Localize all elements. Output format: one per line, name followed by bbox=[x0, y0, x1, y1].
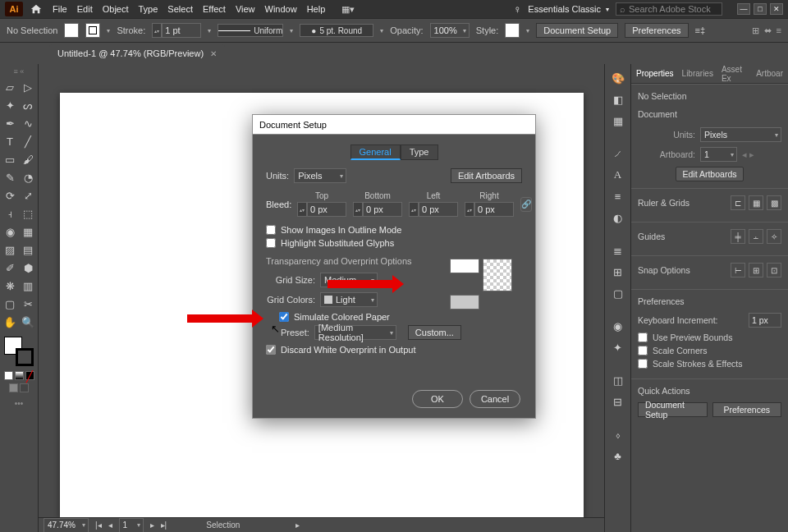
perspective-tool[interactable]: ▦ bbox=[20, 223, 36, 240]
opacity-input[interactable]: 100% bbox=[430, 23, 470, 38]
units-dropdown[interactable]: Pixels bbox=[700, 127, 781, 142]
custom-preset-button[interactable]: Custom... bbox=[408, 325, 461, 340]
snap-grid-icon[interactable]: ⊞ bbox=[749, 263, 763, 277]
width-tool[interactable]: ⫞ bbox=[2, 205, 18, 222]
nav-last-icon[interactable]: ▸| bbox=[161, 521, 167, 530]
paper-color-swatch[interactable] bbox=[450, 259, 479, 273]
selection-tool[interactable]: ▱ bbox=[2, 79, 18, 95]
nav-prev-icon[interactable]: ◂ bbox=[108, 521, 112, 530]
curvature-tool[interactable]: ∿ bbox=[20, 115, 36, 131]
fill-swatch[interactable] bbox=[64, 23, 79, 38]
maximize-button[interactable]: □ bbox=[754, 3, 767, 15]
nav-first-icon[interactable]: |◂ bbox=[95, 521, 102, 530]
type-char-icon[interactable]: A bbox=[609, 166, 627, 184]
transparent-icon[interactable]: ◫ bbox=[609, 371, 627, 389]
transform-icon[interactable]: ⬌ bbox=[764, 25, 772, 36]
bleed-top-input[interactable]: ▴▾0 px bbox=[297, 202, 346, 217]
color-mode-icons[interactable]: ╱ bbox=[4, 371, 34, 380]
tab-general[interactable]: General bbox=[350, 144, 401, 160]
blend-tool[interactable]: ⬢ bbox=[20, 259, 36, 276]
colorguide-icon[interactable]: ◧ bbox=[609, 90, 627, 108]
cancel-button[interactable]: Cancel bbox=[470, 390, 520, 408]
graphic-styles-icon[interactable]: ✦ bbox=[609, 338, 627, 356]
stroke-panel-icon[interactable]: ≡ bbox=[609, 187, 627, 205]
link-bleed-icon[interactable]: 🔗 bbox=[520, 197, 532, 212]
stroke-profile[interactable]: Uniform bbox=[218, 24, 283, 37]
guides-lock-icon[interactable]: ⫠ bbox=[749, 229, 763, 244]
line-tool[interactable]: ╱ bbox=[20, 133, 36, 149]
kb-increment-input[interactable]: 1 px bbox=[749, 313, 781, 328]
stroke-weight-input[interactable]: ▴▾1 pt bbox=[152, 23, 201, 38]
dlg-edit-artboards-button[interactable]: Edit Artboards bbox=[451, 168, 522, 183]
ok-button[interactable]: OK bbox=[412, 390, 463, 408]
discard-overprint-checkbox[interactable] bbox=[266, 345, 276, 355]
pathfinder-icon[interactable]: ⬨ bbox=[609, 425, 627, 443]
symbols-icon[interactable]: ♣ bbox=[609, 447, 627, 465]
direct-select-tool[interactable]: ▷ bbox=[20, 79, 36, 95]
stroke-swatch[interactable] bbox=[85, 23, 100, 38]
bleed-bottom-input[interactable]: ▴▾0 px bbox=[353, 202, 402, 217]
lasso-tool[interactable]: ᔕ bbox=[20, 97, 36, 113]
guides-show-icon[interactable]: ╪ bbox=[731, 229, 745, 244]
artboard-dropdown[interactable]: 1 bbox=[700, 147, 737, 162]
menu-help[interactable]: Help bbox=[307, 4, 326, 14]
transparency-grid-icon[interactable]: ▩ bbox=[767, 195, 781, 210]
layers-icon[interactable]: ≣ bbox=[609, 241, 627, 259]
free-tfm-tool[interactable]: ⬚ bbox=[20, 205, 36, 222]
brush-def[interactable]: ●5 pt. Round bbox=[300, 24, 373, 37]
close-button[interactable]: ✕ bbox=[770, 3, 783, 15]
bleed-left-input[interactable]: ▴▾0 px bbox=[409, 202, 458, 217]
slice-tool[interactable]: ✂ bbox=[20, 296, 36, 312]
style-swatch[interactable] bbox=[505, 23, 520, 38]
highlight-glyphs-checkbox[interactable] bbox=[266, 238, 276, 248]
workspace-selector[interactable]: Essentials Classic▾ bbox=[528, 4, 609, 14]
preview-bounds-checkbox[interactable] bbox=[638, 332, 648, 342]
gradient-panel-icon[interactable]: ◐ bbox=[609, 209, 627, 227]
menu-view[interactable]: View bbox=[236, 4, 255, 14]
tab-artboards[interactable]: Artboar bbox=[756, 69, 783, 78]
tab-libraries[interactable]: Libraries bbox=[682, 69, 713, 78]
preset-dropdown[interactable]: [Medium Resolution] bbox=[314, 325, 396, 340]
tab-type[interactable]: Type bbox=[401, 144, 438, 160]
brush-tool[interactable]: 🖌 bbox=[20, 151, 36, 167]
artboards-icon[interactable]: ▢ bbox=[609, 284, 627, 302]
asset-icon[interactable]: ⊞ bbox=[609, 263, 627, 281]
scale-tool[interactable]: ⤢ bbox=[20, 187, 36, 204]
doc-setup-button[interactable]: Document Setup bbox=[536, 23, 618, 38]
tab-properties[interactable]: Properties bbox=[636, 69, 674, 78]
artboard-tool[interactable]: ▢ bbox=[2, 296, 18, 312]
menu-edit[interactable]: Edit bbox=[77, 4, 93, 14]
menu-select[interactable]: Select bbox=[167, 4, 193, 14]
graph-tool[interactable]: ▥ bbox=[20, 277, 36, 294]
magic-wand-tool[interactable]: ✦ bbox=[2, 97, 18, 113]
smart-guides-icon[interactable]: ✧ bbox=[767, 229, 781, 244]
menu-file[interactable]: File bbox=[53, 4, 67, 14]
menu-effect[interactable]: Effect bbox=[203, 4, 226, 14]
show-images-outline-checkbox[interactable] bbox=[266, 225, 276, 235]
minimize-button[interactable]: — bbox=[737, 3, 750, 15]
swatches-icon[interactable]: ▦ bbox=[609, 112, 627, 130]
gradient-tool[interactable]: ▤ bbox=[20, 241, 36, 258]
lightbulb-icon[interactable]: ♀ bbox=[514, 3, 522, 16]
hand-tool[interactable]: ✋ bbox=[2, 314, 18, 330]
pen-tool[interactable]: ✒ bbox=[2, 115, 18, 131]
shape-builder-tool[interactable]: ◉ bbox=[2, 223, 18, 240]
scale-strokes-checkbox[interactable] bbox=[638, 359, 648, 369]
shaper-tool[interactable]: ✎ bbox=[2, 169, 18, 186]
type-tool[interactable]: T bbox=[2, 133, 18, 149]
prefs-icon[interactable]: ≡‡ bbox=[695, 25, 706, 35]
home-icon[interactable] bbox=[30, 2, 43, 16]
arrange-docs-icon[interactable]: ▦▾ bbox=[341, 4, 355, 15]
scale-corners-checkbox[interactable] bbox=[638, 346, 648, 355]
preferences-button[interactable]: Preferences bbox=[625, 23, 688, 38]
grid-colors-dropdown[interactable]: Light bbox=[320, 292, 378, 307]
menu-type[interactable]: Type bbox=[139, 4, 158, 14]
tab-asset-export[interactable]: Asset Ex bbox=[722, 65, 748, 83]
ruler-icon[interactable]: ⊏ bbox=[731, 195, 745, 210]
eyedropper-tool[interactable]: ✐ bbox=[2, 259, 18, 276]
grid-icon[interactable]: ▦ bbox=[749, 195, 763, 210]
color-panel-icon[interactable]: 🎨 bbox=[609, 69, 627, 87]
menu-object[interactable]: Object bbox=[103, 4, 129, 14]
zoom-tool[interactable]: 🔍 bbox=[20, 314, 36, 330]
panel-menu-icon[interactable]: ≡ bbox=[777, 25, 781, 36]
